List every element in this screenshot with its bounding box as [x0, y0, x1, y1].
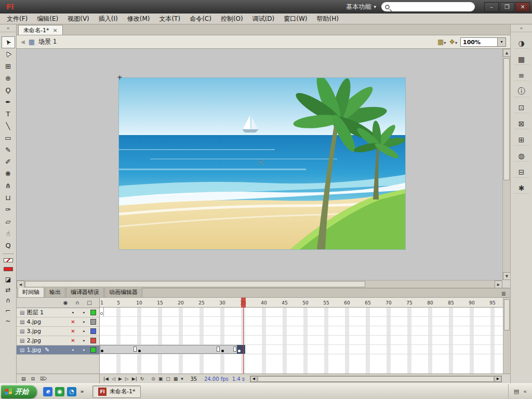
- scrollbar-thumb[interactable]: [25, 281, 365, 287]
- document-tab[interactable]: 未命名-1* ×: [18, 25, 63, 35]
- frames-area[interactable]: 15101520253035404550556065707580859095: [100, 298, 510, 374]
- back-button[interactable]: ◀: [21, 39, 25, 45]
- edit-symbols-button[interactable]: ❖▾: [449, 38, 457, 46]
- layer-lock-toggle[interactable]: •: [78, 348, 89, 353]
- keyframe-dot[interactable]: [138, 350, 141, 352]
- frame-row-1.jpg[interactable]: [100, 345, 503, 354]
- new-folder-button[interactable]: ⊟: [31, 376, 36, 381]
- collapse-panels-button[interactable]: «: [511, 24, 532, 32]
- smooth-option-button[interactable]: ~: [2, 316, 15, 326]
- zoom-tool[interactable]: Q: [2, 240, 15, 251]
- timeline-tab-3[interactable]: 编译器错误: [66, 287, 104, 297]
- frame-row-4.jpg[interactable]: [100, 317, 503, 326]
- pen-tool[interactable]: ✒: [2, 96, 15, 108]
- rectangle-tool[interactable]: ▭: [2, 132, 15, 144]
- frame-row-3.jpg[interactable]: [100, 326, 503, 336]
- layer-visibility-toggle[interactable]: ✕: [68, 328, 78, 334]
- subselection-tool[interactable]: ➤: [2, 48, 15, 60]
- frame-row-2.jpg[interactable]: [100, 336, 503, 345]
- scroll-left-icon[interactable]: ◀: [17, 281, 24, 288]
- onion-skin-button[interactable]: ▣: [158, 376, 164, 381]
- straighten-option-button[interactable]: ⌐: [2, 305, 15, 316]
- fill-color-control[interactable]: [2, 265, 15, 272]
- align-panel-button[interactable]: ≡: [514, 70, 529, 81]
- menu-item-8[interactable]: 控制(O): [216, 14, 248, 24]
- quick-launch-media-icon[interactable]: ◉: [55, 387, 64, 396]
- menu-item-7[interactable]: 命令(C): [185, 14, 216, 24]
- code-snippets-panel-button[interactable]: ⊠: [514, 118, 529, 129]
- swap-colors-button[interactable]: ⇄: [2, 285, 15, 295]
- keyframe-dot[interactable]: [101, 350, 103, 352]
- outline-all-layers-icon[interactable]: □: [86, 300, 93, 305]
- menu-item-11[interactable]: 帮助(H): [312, 14, 343, 24]
- zoom-dropdown-icon[interactable]: ▾: [497, 38, 506, 46]
- minimize-button[interactable]: –: [484, 2, 499, 12]
- playhead[interactable]: [241, 298, 246, 308]
- frame-rate-display[interactable]: 24.00 fps: [204, 376, 229, 382]
- menu-item-5[interactable]: 修改(M): [123, 14, 155, 24]
- paint-bucket-tool[interactable]: ⊔: [2, 192, 15, 204]
- timeline-horizontal-scrollbar[interactable]: ◀▶: [250, 376, 502, 382]
- timeline-tab-2[interactable]: 输出: [45, 287, 65, 297]
- layer-visibility-toggle[interactable]: •: [68, 348, 78, 353]
- layer-visibility-toggle[interactable]: ✕: [68, 338, 78, 343]
- panel-menu-button[interactable]: ≣: [501, 290, 510, 297]
- black-white-button[interactable]: ◪: [2, 274, 15, 285]
- snap-to-objects-button[interactable]: ∩: [2, 295, 15, 305]
- pasteboard[interactable]: + ○ ▲ ▼ ◀ ▶: [17, 49, 510, 288]
- center-frame-button[interactable]: ⊙: [151, 376, 156, 381]
- last-frame-button[interactable]: ▶|: [131, 376, 138, 381]
- delete-layer-button[interactable]: ⌦: [39, 376, 47, 381]
- step-forward-button[interactable]: ▷: [125, 376, 129, 381]
- stage-horizontal-scrollbar[interactable]: ◀ ▶: [17, 280, 502, 288]
- tray-panel-icon[interactable]: ▤: [514, 388, 519, 395]
- eraser-tool[interactable]: ▱: [2, 216, 15, 228]
- frame-row-图层 1[interactable]: [100, 308, 503, 317]
- layer-lock-toggle[interactable]: •: [78, 329, 89, 334]
- bone-tool[interactable]: ⋔: [2, 180, 15, 192]
- menu-item-2[interactable]: 编辑(E): [32, 14, 63, 24]
- step-back-button[interactable]: ◁: [111, 376, 116, 381]
- layer-outline-color[interactable]: [90, 338, 96, 343]
- play-button[interactable]: ▶: [118, 376, 123, 381]
- layer-visibility-toggle[interactable]: •: [68, 310, 78, 315]
- layer-outline-color[interactable]: [90, 347, 96, 353]
- search-input[interactable]: [381, 2, 475, 11]
- brush-tool[interactable]: ✐: [2, 156, 15, 168]
- lasso-tool[interactable]: Ϙ: [2, 84, 15, 96]
- layer-lock-toggle[interactable]: •: [78, 338, 89, 343]
- stage-bitmap[interactable]: + ○: [119, 78, 405, 249]
- scroll-down-icon[interactable]: ▼: [503, 272, 510, 280]
- transform-panel-button[interactable]: ⊡: [514, 102, 529, 113]
- quick-launch-browser-icon[interactable]: ◔: [67, 387, 76, 396]
- layer-lock-toggle[interactable]: •: [78, 320, 89, 325]
- timeline-tab-4[interactable]: 动画编辑器: [104, 287, 142, 297]
- scrollbar-thumb[interactable]: [504, 299, 510, 330]
- timeline-ruler[interactable]: 15101520253035404550556065707580859095: [100, 298, 503, 308]
- pencil-tool[interactable]: ✎: [2, 144, 15, 156]
- library-panel-button[interactable]: ⊟: [514, 166, 529, 178]
- layer-lock-toggle[interactable]: •: [78, 310, 89, 315]
- layer-outline-color[interactable]: [90, 310, 96, 315]
- selection-tool[interactable]: ➤: [2, 36, 15, 48]
- stage-vertical-scrollbar[interactable]: ▲ ▼: [502, 49, 510, 280]
- scrollbar-thumb[interactable]: [258, 376, 494, 382]
- color-panel-button[interactable]: ◑: [514, 37, 529, 49]
- line-tool[interactable]: ╲: [2, 120, 15, 132]
- layer-outline-color[interactable]: [90, 319, 96, 325]
- stroke-color-control[interactable]: [2, 257, 15, 263]
- tray-collapse-icon[interactable]: «: [523, 388, 527, 395]
- text-tool[interactable]: T: [2, 108, 15, 120]
- timeline-tab-1[interactable]: 时间轴: [18, 287, 44, 297]
- layer-row[interactable]: ▤1.jpg✎••: [17, 345, 99, 355]
- layer-visibility-toggle[interactable]: ✕: [68, 319, 78, 325]
- eyedropper-tool[interactable]: ✑: [2, 204, 15, 216]
- menu-item-1[interactable]: 文件(F): [2, 14, 32, 24]
- edit-scene-button[interactable]: ▦▾: [437, 38, 446, 46]
- edit-multiple-frames-button[interactable]: ▦: [173, 376, 179, 381]
- menu-item-3[interactable]: 视图(V): [63, 14, 94, 24]
- layer-row[interactable]: ▤2.jpg✕•: [17, 336, 99, 345]
- loop-button[interactable]: ↻: [140, 376, 145, 381]
- menu-item-4[interactable]: 插入(I): [94, 14, 123, 24]
- modify-markers-button[interactable]: ▾: [180, 376, 184, 381]
